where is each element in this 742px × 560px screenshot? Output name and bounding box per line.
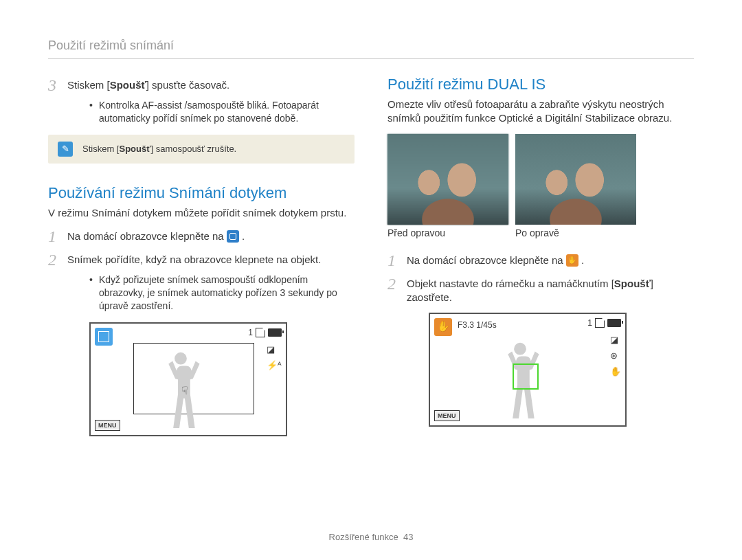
flash-icon: ⊛ <box>610 350 621 361</box>
text-bold: Spoušť <box>110 79 146 91</box>
label-after: Po opravě <box>515 227 636 238</box>
step-3: 3 Stiskem [Spoušť] spusťte časovač. <box>48 76 355 93</box>
text: Stiskem [ <box>67 79 110 91</box>
left-column: 3 Stiskem [Spoušť] spusťte časovač. Kont… <box>48 76 355 436</box>
step-2-touch: 2 Snímek pořídíte, když na obrazovce kle… <box>48 250 355 268</box>
menu-button[interactable]: MENU <box>95 420 120 431</box>
intro-text: Omezte vliv otřesů fotoaparátu a zabraňt… <box>387 98 694 126</box>
photo-after <box>515 134 636 225</box>
camera-preview-touch: 1 ◪ ⚡ᴬ ☟ MENU <box>89 322 287 436</box>
shot-count: 1 <box>248 328 253 337</box>
focus-indicator <box>513 363 539 390</box>
photo-before <box>387 134 508 225</box>
touch-cursor-icon: ☟ <box>181 384 188 397</box>
bullet-list: Když pořizujete snímek samospouští odklo… <box>89 273 355 313</box>
exposure-readout: F3.3 1/45s <box>458 320 497 330</box>
stabilizer-icon: ✋ <box>610 366 621 377</box>
note-box: ✎ Stiskem [Spoušť] samospoušť zrušíte. <box>48 135 355 164</box>
text: Stiskem [ <box>82 144 119 154</box>
step-number: 2 <box>387 274 407 292</box>
memory-card-icon <box>595 318 605 328</box>
menu-button[interactable]: MENU <box>434 410 460 421</box>
text: Na domácí obrazovce klepněte na <box>407 254 563 266</box>
shot-count: 1 <box>587 318 592 328</box>
step-2-dual: 2 Objekt nastavte do rámečku a namáčknut… <box>387 274 694 305</box>
bullet-item: Když pořizujete snímek samospouští odklo… <box>89 273 355 313</box>
exposure-comp-icon: ◪ <box>610 335 621 345</box>
page-footer: Rozšířené funkce 43 <box>0 532 742 542</box>
breadcrumb: Použití režimů snímání <box>48 38 694 59</box>
step-number: 1 <box>387 251 407 269</box>
comparison-row <box>387 134 694 225</box>
intro-text: V režimu Snímání dotykem můžete pořídit … <box>48 206 355 220</box>
dual-is-icon <box>566 254 578 267</box>
text: Na domácí obrazovce klepněte na <box>67 230 224 242</box>
text: Snímek pořídíte, když na obrazovce klepn… <box>67 250 321 267</box>
text-bold: Spoušť <box>119 144 150 154</box>
step-1-dual: 1 Na domácí obrazovce klepněte na . <box>387 251 694 269</box>
footer-label: Rozšířené funkce <box>329 532 398 542</box>
step-number: 3 <box>48 76 67 93</box>
touch-mode-icon <box>95 328 113 346</box>
note-icon: ✎ <box>58 142 73 157</box>
section-heading-dualis: Použití režimu DUAL IS <box>387 76 694 93</box>
step-number: 1 <box>48 227 67 245</box>
exposure-comp-icon: ◪ <box>267 344 282 355</box>
subject-silhouette <box>159 344 202 432</box>
page-number: 43 <box>403 532 413 542</box>
text: Objekt nastavte do rámečku a namáčknutím… <box>407 278 614 289</box>
camera-preview-dual: F3.3 1/45s 1 ◪ ⊛ ✋ MENU <box>429 313 627 427</box>
section-heading-touch: Používání režimu Snímání dotykem <box>48 184 355 202</box>
label-before: Před opravou <box>387 227 508 238</box>
dual-is-icon <box>434 318 452 336</box>
step-1-touch: 1 Na domácí obrazovce klepněte na . <box>48 227 355 245</box>
bullet-list: Kontrolka AF-assist /samospouště bliká. … <box>89 99 355 125</box>
flash-auto-icon: ⚡ᴬ <box>267 360 282 370</box>
touch-mode-icon <box>227 230 239 243</box>
battery-icon <box>268 328 282 337</box>
battery-icon <box>607 319 621 327</box>
text: ] samospoušť zrušíte. <box>150 144 236 154</box>
text-bold: Spoušť <box>614 278 651 289</box>
memory-card-icon <box>256 328 265 337</box>
step-number: 2 <box>48 250 67 268</box>
text: ] spusťte časovač. <box>146 79 230 91</box>
bullet-item: Kontrolka AF-assist /samospouště bliká. … <box>89 99 355 125</box>
right-column: Použití režimu DUAL IS Omezte vliv otřes… <box>387 76 694 436</box>
